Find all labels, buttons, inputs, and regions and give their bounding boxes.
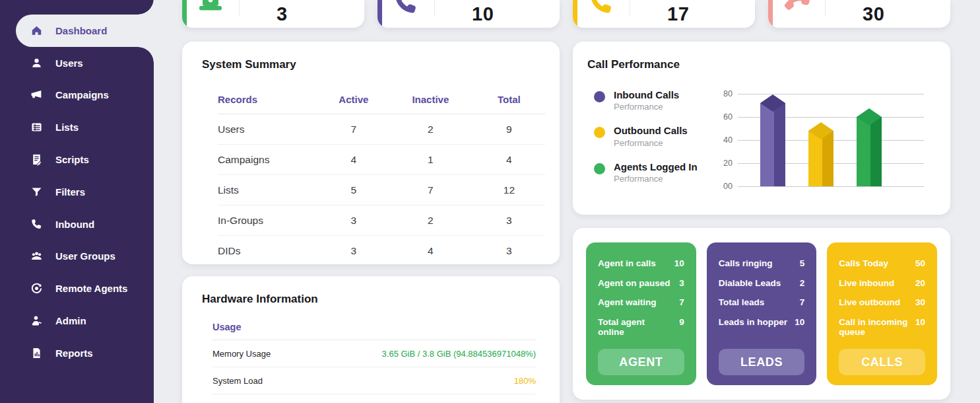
table-row: DIDs 3 4 3 xyxy=(218,236,545,266)
cell-total: 3 xyxy=(473,236,545,266)
stat-card-agents[interactable]: 3 xyxy=(182,0,364,28)
table-row: Users 7 2 9 xyxy=(218,114,545,145)
agent-summary-card: Agent in calls 10 Agent on paused 3 Agen… xyxy=(586,242,696,385)
people-icon xyxy=(30,250,43,263)
sidebar-item-inbound[interactable]: Inbound xyxy=(0,208,154,240)
home-icon xyxy=(30,24,43,37)
stat-label: Agent waiting xyxy=(598,297,657,308)
remote-sync-icon xyxy=(30,282,43,295)
cell-active: 3 xyxy=(319,205,388,236)
sidebar-item-label: Users xyxy=(55,57,83,69)
sidebar-item-user-groups[interactable]: User Groups xyxy=(0,240,154,273)
sidebar-item-remote-agents[interactable]: Remote Agents xyxy=(0,272,154,305)
agent-button[interactable]: AGENT xyxy=(598,349,684,375)
stat-label: Live outbound xyxy=(839,297,900,308)
y-tick: 80 xyxy=(714,89,733,98)
legend-sublabel: Performance xyxy=(614,138,688,148)
legend-item-inbound[interactable]: Inbound Calls Performance xyxy=(594,90,714,112)
sidebar-item-reports[interactable]: Reports xyxy=(0,337,154,369)
sidebar-item-scripts[interactable]: Scripts xyxy=(0,143,154,176)
usage-section-header: Usage xyxy=(212,322,536,340)
bar-top xyxy=(760,94,785,112)
cell-record: Lists xyxy=(218,175,319,205)
legend-item-outbound[interactable]: Outbound Calls Performance xyxy=(594,126,714,148)
stat-row: Live outbound 30 xyxy=(839,297,925,308)
stat-row: Total agent online 9 xyxy=(598,317,684,338)
column-header: Active xyxy=(319,87,388,114)
sidebar-item-dashboard[interactable]: Dashboard xyxy=(16,15,154,47)
stat-value: 7 xyxy=(800,297,805,308)
stat-label: Calls ringing xyxy=(719,258,773,269)
stat-value: 5 xyxy=(800,258,805,269)
sidebar-item-users[interactable]: Users xyxy=(0,47,154,79)
stat-label: Live inbound xyxy=(839,278,894,289)
cell-active: 3 xyxy=(319,236,388,266)
cell-active: 4 xyxy=(319,145,388,175)
stat-accent-strip xyxy=(377,0,382,28)
column-header: Total xyxy=(473,87,545,114)
sidebar-item-filters[interactable]: Filters xyxy=(0,176,154,208)
cell-total: 4 xyxy=(473,145,545,175)
stat-value: 7 xyxy=(679,297,684,308)
leads-button[interactable]: LEADS xyxy=(719,349,805,375)
card-title: Hardware Information xyxy=(202,293,540,306)
phone-icon xyxy=(573,0,630,28)
stat-value: 50 xyxy=(915,258,925,269)
legend-item-agents[interactable]: Agents Logged In Performance xyxy=(594,162,714,184)
megaphone-icon xyxy=(30,89,43,102)
stat-value: 30 xyxy=(826,3,884,25)
stat-value: 3 xyxy=(240,3,288,25)
sidebar-item-label: Inbound xyxy=(55,219,94,230)
hardware-row: System Load 180% xyxy=(212,367,536,394)
left-column: System Summary Records Active Inactive T… xyxy=(182,42,560,403)
stat-label: Total agent online xyxy=(598,317,672,338)
stat-accent-strip xyxy=(182,0,187,28)
sidebar-item-label: Filters xyxy=(55,186,85,198)
stat-row: Call in incoming queue 10 xyxy=(839,317,925,338)
cell-inactive: 4 xyxy=(388,236,473,266)
sidebar-item-label: Lists xyxy=(55,122,79,133)
legend-dot xyxy=(594,127,605,138)
bar-face-left xyxy=(760,103,774,186)
hardware-row: Server CPU Usage 0.16% xyxy=(212,394,536,403)
sidebar-item-label: Scripts xyxy=(55,154,89,165)
cell-inactive: 1 xyxy=(388,145,473,175)
system-load-value: 180% xyxy=(514,376,536,386)
calls-button[interactable]: CALLS xyxy=(839,349,925,375)
y-tick: 60 xyxy=(714,112,733,122)
phone-icon xyxy=(377,0,434,28)
cell-total: 9 xyxy=(473,114,545,145)
stat-row: Agent waiting 7 xyxy=(598,297,684,308)
system-summary-card: System Summary Records Active Inactive T… xyxy=(182,42,560,264)
column-header: Inactive xyxy=(388,87,473,114)
cell-inactive: 2 xyxy=(388,114,473,145)
sidebar-item-label: Reports xyxy=(55,348,93,359)
stat-label: Calls Today xyxy=(839,258,888,269)
system-summary-table: Records Active Inactive Total Users 7 2 … xyxy=(218,87,545,266)
sidebar-item-admin[interactable]: Admin xyxy=(0,305,154,337)
stat-card-inbound[interactable]: 10 xyxy=(377,0,560,28)
sidebar-item-label: Remote Agents xyxy=(55,283,127,294)
stat-card-outbound[interactable]: 17 xyxy=(573,0,755,28)
phone-icon xyxy=(30,217,43,231)
bar-top xyxy=(808,122,833,139)
sidebar-item-label: Campaigns xyxy=(55,89,109,100)
chart-legend: Inbound Calls Performance Outbound Calls… xyxy=(587,75,714,198)
hardware-information-card: Hardware Information Usage Memory Usage … xyxy=(182,276,560,403)
stat-row: Live inbound 20 xyxy=(839,278,925,289)
stat-row: Agent in calls 10 xyxy=(598,258,684,269)
stat-value: 10 xyxy=(915,317,925,338)
sidebar-item-lists[interactable]: Lists xyxy=(0,111,154,143)
stat-card-calls-today[interactable]: 30 xyxy=(768,0,950,28)
stat-value: 9 xyxy=(679,317,684,338)
cell-record: DIDs xyxy=(218,236,319,266)
list-icon xyxy=(30,121,43,134)
y-tick: 20 xyxy=(714,159,733,168)
cell-record: Users xyxy=(218,114,319,145)
sidebar-item-campaigns[interactable]: Campaigns xyxy=(0,79,154,112)
legend-label: Outbound Calls xyxy=(614,126,688,137)
legend-label: Agents Logged In xyxy=(614,162,698,173)
cell-active: 5 xyxy=(319,175,388,205)
funnel-icon xyxy=(30,185,43,198)
legend-label: Inbound Calls xyxy=(614,90,679,101)
